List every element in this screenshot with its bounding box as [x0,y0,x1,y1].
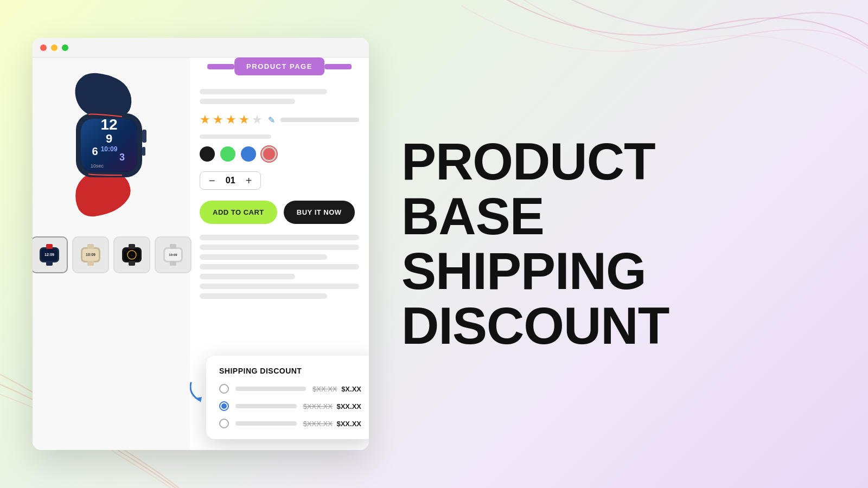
svg-text:6: 6 [92,145,98,157]
product-page-badge-container: PRODUCT PAGE [207,57,352,75]
watch-main-image: 12 9 6 3 10:09 10sec [49,68,174,220]
blue-arrow-container [190,377,213,404]
thumbnail-2[interactable]: 10:09 [72,236,109,273]
review-line [280,118,359,122]
heading-line-2: BASE [401,189,835,244]
thumbnail-4[interactable]: 10:09 [155,236,192,273]
swatch-green[interactable] [220,146,235,162]
quantity-value: 01 [224,176,237,185]
add-to-cart-button[interactable]: ADD TO CART [200,201,277,224]
svg-rect-21 [87,261,94,266]
color-skeleton [200,134,271,139]
action-buttons: ADD TO CART BUY IT NOW [200,201,359,224]
browser-content: 12 9 6 3 10:09 10sec [33,57,369,450]
svg-text:12: 12 [100,116,117,133]
star-3: ★ [226,113,237,127]
browser-window: 12 9 6 3 10:09 10sec [33,38,369,450]
skeleton-b7 [200,293,327,299]
radio-option-1[interactable] [219,384,229,394]
svg-text:3: 3 [119,152,125,163]
svg-text:10:09: 10:09 [101,145,118,153]
skeleton-b2 [200,245,359,250]
original-price-3: $XXX.XX [303,420,333,428]
shipping-line-3 [235,421,297,426]
badge-left-line [207,64,234,69]
review-icon[interactable]: ✎ [268,115,275,125]
svg-text:10sec: 10sec [91,163,104,169]
swatch-blue[interactable] [241,146,256,162]
skeleton-b3 [200,254,327,260]
swatch-coral[interactable] [261,146,277,162]
svg-rect-4 [142,147,145,156]
shipping-line-1 [235,387,306,391]
skeleton-b5 [200,274,295,279]
svg-rect-16 [46,261,53,266]
svg-rect-32 [170,261,176,266]
top-skeletons [200,89,359,104]
stars-row: ★ ★ ★ ★ ★ ✎ [200,113,359,127]
svg-rect-26 [129,261,135,266]
svg-text:10:09: 10:09 [169,253,177,256]
discount-price-2: $XX.XX [336,402,361,410]
original-price-1: $XX.XX [312,385,337,393]
discount-price-3: $XX.XX [336,420,361,428]
heading-line-1: PRODUCT [401,134,835,189]
bottom-skeletons [200,235,359,299]
svg-text:12:09: 12:09 [44,253,54,256]
skeleton-b1 [200,235,359,240]
star-1: ★ [200,113,210,127]
browser-titlebar [33,38,369,57]
thumbnail-row: 12:09 10:09 [33,236,192,273]
stars: ★ ★ ★ ★ ★ [200,113,263,127]
svg-rect-25 [129,244,135,249]
dot-red[interactable] [40,44,47,51]
skeleton-line-2 [200,99,295,104]
shipping-line-2 [235,404,297,408]
star-4: ★ [239,113,250,127]
radio-option-3[interactable] [219,419,229,428]
quantity-decrease-button[interactable]: − [209,175,215,186]
heading-line-4: DISCOUNT [401,299,835,354]
watch-illustration: 12 9 6 3 10:09 10sec [52,71,171,217]
star-2: ★ [213,113,224,127]
product-image-panel: 12 9 6 3 10:09 10sec [33,57,190,450]
skeleton-line-1 [200,89,327,94]
shipping-price-3: $XXX.XX $XX.XX [303,420,361,428]
product-page-badge: PRODUCT PAGE [234,57,324,75]
badge-right-line [324,64,352,69]
shipping-option-1: $XX.XX $X.XX [219,384,361,394]
svg-rect-3 [142,130,146,143]
svg-rect-31 [170,244,176,249]
svg-text:10:09: 10:09 [86,253,95,256]
heading-line-3: SHIPPING [401,244,835,299]
product-details-panel: PRODUCT PAGE ★ ★ ★ ★ ★ [190,57,369,450]
svg-rect-20 [87,244,94,249]
buy-now-button[interactable]: BUY IT NOW [284,201,355,224]
quantity-selector: − 01 + [200,171,261,190]
shipping-option-2: $XXX.XX $XX.XX [219,401,361,411]
skeleton-b6 [200,284,359,289]
quantity-increase-button[interactable]: + [246,175,252,186]
radio-option-2[interactable] [219,401,229,411]
page-heading: PRODUCT BASE SHIPPING DISCOUNT [401,134,835,353]
svg-text:◦: ◦ [131,254,132,257]
thumbnail-3[interactable]: ◦ [113,236,150,273]
discount-price-1: $X.XX [341,385,361,393]
star-5: ★ [252,113,263,127]
svg-rect-15 [46,244,53,249]
skeleton-b4 [200,264,359,269]
thumbnail-1[interactable]: 12:09 [33,236,68,273]
shipping-option-3: $XXX.XX $XX.XX [219,419,361,428]
svg-text:9: 9 [106,132,112,145]
original-price-2: $XXX.XX [303,402,333,410]
shipping-price-1: $XX.XX $X.XX [312,385,361,393]
blue-arrow-icon [190,377,213,404]
shipping-popup-title: SHIPPING DISCOUNT [219,367,361,375]
color-swatches [200,146,359,162]
shipping-popup: SHIPPING DISCOUNT $XX.XX $X.XX [206,356,369,439]
dot-green[interactable] [62,44,68,51]
swatch-black[interactable] [200,146,215,162]
page-container: 12 9 6 3 10:09 10sec [0,0,868,488]
dot-yellow[interactable] [51,44,58,51]
shipping-price-2: $XXX.XX $XX.XX [303,402,361,410]
